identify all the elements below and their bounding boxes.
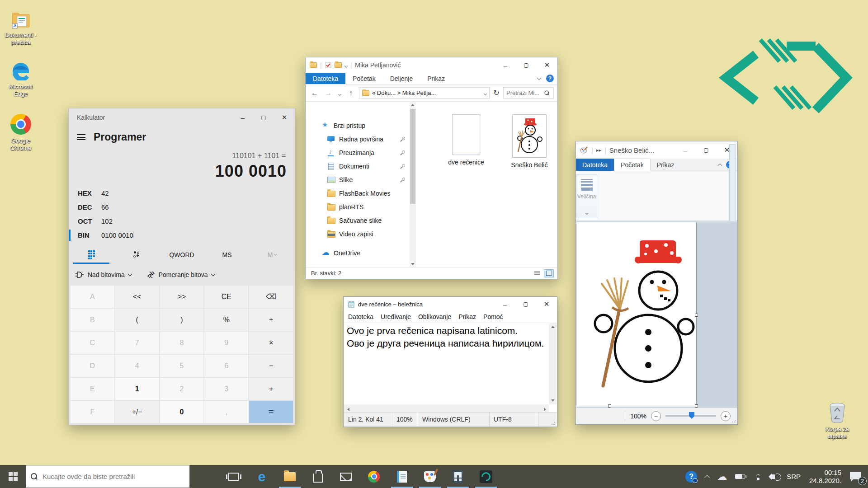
tray-onedrive[interactable]: ☁ (713, 465, 731, 488)
calculator-key[interactable]: 6 (204, 355, 248, 377)
memory-store-button[interactable]: MS (204, 246, 250, 264)
taskbar-chrome[interactable] (360, 465, 388, 488)
hamburger-menu-icon[interactable] (77, 134, 85, 140)
explorer-titlebar[interactable]: | | Mika Petljanović – ▢ ✕ (306, 57, 557, 73)
notepad-titlebar[interactable]: dve rečenice – beležnica – ▢ ✕ (344, 297, 557, 311)
taskbar-paint[interactable] (416, 465, 444, 488)
calculator-key[interactable]: 4 (115, 355, 159, 377)
scroll-down-arrow[interactable] (410, 261, 416, 267)
calculator-key[interactable]: , (204, 401, 248, 423)
close-button[interactable]: ✕ (537, 57, 557, 73)
ribbon-tab[interactable]: Prikaz (420, 73, 452, 84)
details-view-button[interactable] (532, 269, 542, 277)
taskbar-store[interactable] (304, 465, 332, 488)
desktop-icon-chrome[interactable]: GoogleChrome (0, 113, 42, 152)
menu-item[interactable]: Oblikovanje (415, 313, 455, 320)
maximize-button[interactable]: ▢ (515, 297, 536, 311)
action-center-button[interactable]: 2 (846, 465, 868, 488)
help-icon[interactable]: ? (546, 75, 554, 82)
refresh-button[interactable]: ↻ (492, 89, 500, 97)
calculator-key[interactable]: + (249, 378, 293, 400)
minimize-button[interactable]: – (495, 57, 516, 73)
calculator-key[interactable]: 7 (115, 332, 159, 354)
calculator-key[interactable]: CE (204, 286, 248, 308)
calculator-key[interactable]: % (204, 309, 248, 331)
zoom-in-button[interactable]: + (721, 411, 731, 421)
paint-tab-pocetak[interactable]: Početak (614, 159, 651, 171)
scroll-up-arrow[interactable] (410, 102, 416, 108)
sidebar-item[interactable]: Preuzimanja (306, 146, 410, 160)
calculator-key[interactable]: 2 (160, 378, 204, 400)
file-item-text[interactable]: dve rečenice (437, 114, 495, 166)
vertical-scrollbar[interactable] (549, 323, 557, 404)
ribbon-group[interactable]: Veličina (576, 174, 597, 218)
canvas-resize-handle[interactable] (695, 314, 698, 317)
calculator-key[interactable]: >> (160, 286, 204, 308)
calculator-key[interactable]: ) (160, 309, 204, 331)
quick-access-folder-icon[interactable] (335, 62, 342, 68)
scroll-left-arrow[interactable] (345, 406, 351, 413)
ribbon-collapse-icon[interactable] (537, 75, 542, 80)
maximize-button[interactable]: ▢ (696, 141, 717, 159)
taskbar-flashback[interactable] (472, 465, 500, 488)
tray-volume[interactable] (767, 465, 783, 488)
sidebar-scrollbar[interactable] (410, 102, 416, 267)
paint-tab-prikaz[interactable]: Prikaz (651, 159, 681, 171)
radix-row[interactable]: HEX 42 (69, 186, 295, 200)
recent-locations-icon[interactable] (336, 89, 343, 97)
bit-toggle-keypad-tab[interactable] (114, 246, 159, 264)
up-button[interactable]: ↑ (345, 89, 356, 97)
tray-battery[interactable] (731, 465, 749, 488)
calculator-key[interactable]: C (71, 332, 114, 354)
scroll-down-arrow[interactable] (549, 397, 557, 404)
taskbar-edge[interactable]: e (248, 465, 276, 488)
calculator-key[interactable]: D (71, 355, 114, 377)
address-bar[interactable]: « Doku... > Mika Petlja... (359, 87, 490, 99)
notepad-text-area[interactable]: Ovo je prva rečenica napisana latinicom.… (344, 323, 549, 404)
sidebar-item[interactable]: Radna površina (306, 132, 410, 146)
taskbar-search-box[interactable] (26, 465, 190, 488)
calculator-titlebar[interactable]: Kalkulator – ▢ ✕ (69, 108, 295, 127)
ribbon-tab[interactable]: Datoteka (306, 73, 345, 84)
maximize-button[interactable]: ▢ (516, 57, 537, 73)
taskbar-clock[interactable]: 00:15 24.8.2020. (805, 469, 846, 485)
calculator-key[interactable]: ⌫ (249, 286, 293, 308)
file-item-image[interactable]: Sneško Belić (500, 114, 559, 169)
taskbar-mail[interactable] (332, 465, 360, 488)
zoom-out-button[interactable]: − (651, 411, 661, 421)
desktop-icon-edge[interactable]: MicrosoftEdge (0, 59, 42, 98)
calculator-key[interactable]: +/− (115, 401, 159, 423)
paint-titlebar[interactable]: | ▸▸ | Sneško Belić... – ▢ ✕ (576, 141, 737, 159)
sidebar-item[interactable]: FlashBack Movies (306, 187, 410, 200)
search-box[interactable]: Pretraži Mi... (503, 87, 554, 99)
quick-access-check-icon[interactable] (325, 62, 331, 68)
taskbar-search-input[interactable] (42, 473, 169, 480)
minimize-button[interactable]: – (675, 141, 696, 159)
menu-item[interactable]: Pomoć (480, 313, 507, 320)
sidebar-item[interactable]: OneDrive (306, 246, 410, 260)
zoom-slider-thumb[interactable] (689, 412, 694, 419)
language-indicator[interactable]: SRP (783, 465, 805, 488)
radix-row[interactable]: BIN 0100 0010 (69, 228, 295, 242)
taskbar-calculator[interactable] (444, 465, 472, 488)
maximize-button[interactable]: ▢ (253, 108, 274, 127)
address-dropdown-icon[interactable] (484, 89, 486, 96)
close-button[interactable]: ✕ (536, 297, 557, 311)
bit-shift-dropdown[interactable]: Pomeranje bitova (147, 271, 215, 278)
calculator-key[interactable]: 3 (204, 378, 248, 400)
calculator-key[interactable]: − (249, 355, 293, 377)
calculator-key[interactable]: F (71, 401, 114, 423)
tray-show-hidden[interactable] (701, 465, 713, 488)
large-icons-view-button[interactable] (544, 269, 554, 277)
sidebar-item[interactable]: Sačuvane slike (306, 214, 410, 227)
calculator-key[interactable]: = (249, 401, 293, 423)
resize-grip[interactable] (551, 421, 556, 425)
scrollbar-thumb[interactable] (410, 109, 415, 204)
menu-item[interactable]: Uređivanje (377, 313, 415, 320)
desktop-icon-recycle-bin[interactable]: Korpa zaotpatke (816, 401, 858, 440)
calculator-key[interactable]: 8 (160, 332, 204, 354)
calculator-key[interactable]: 1 (115, 378, 159, 400)
task-view-button[interactable] (220, 465, 248, 488)
paint-tab-datoteka[interactable]: Datoteka (576, 159, 614, 171)
bitwise-dropdown[interactable]: Nad bitovima (75, 271, 132, 278)
